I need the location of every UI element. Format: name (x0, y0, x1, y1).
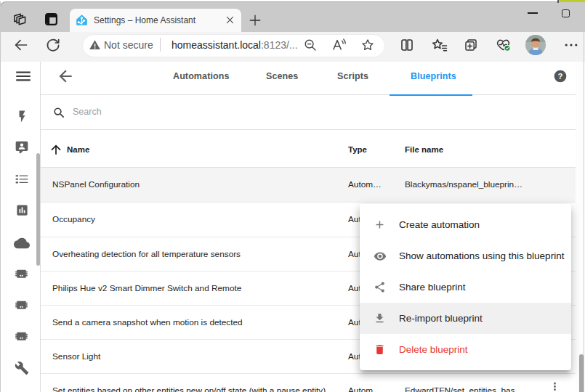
svg-text:?: ? (558, 72, 563, 81)
